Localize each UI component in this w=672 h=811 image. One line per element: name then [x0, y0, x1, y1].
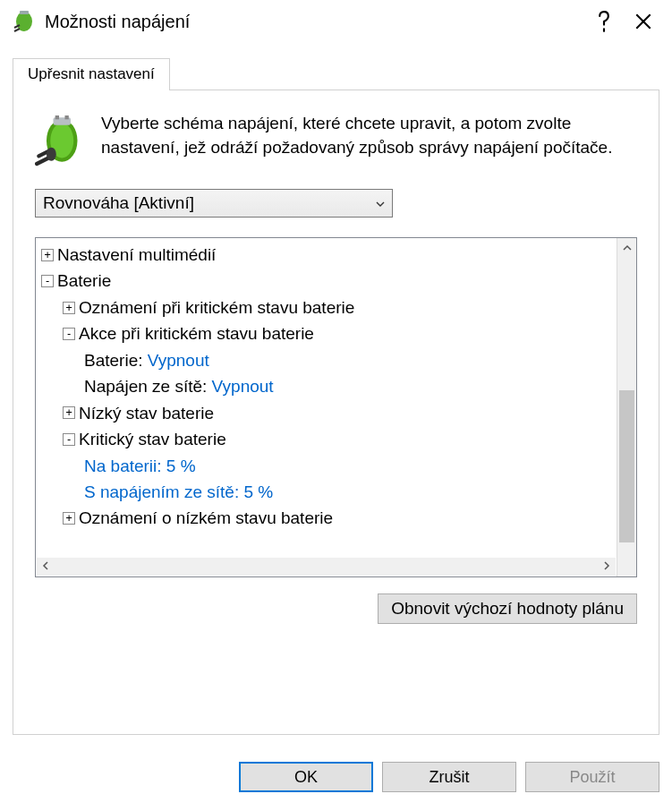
battery-plug-large-icon — [35, 115, 83, 167]
tree-item-battery[interactable]: - Baterie — [38, 268, 615, 294]
tree-item-critical-level[interactable]: - Kritický stav baterie — [38, 426, 615, 452]
expand-icon[interactable]: + — [41, 249, 54, 261]
scrollbar-thumb[interactable] — [619, 390, 634, 542]
tree-item-critical-action[interactable]: - Akce při kritickém stavu baterie — [38, 320, 615, 346]
setting-value[interactable]: Vypnout — [148, 347, 209, 373]
tree-label: Akce při kritickém stavu baterie — [79, 320, 314, 346]
restore-defaults-button[interactable]: Obnovit výchozí hodnoty plánu — [378, 593, 637, 624]
tree-label: Nízký stav baterie — [79, 400, 214, 426]
collapse-icon[interactable]: - — [41, 275, 54, 287]
expand-icon[interactable]: + — [63, 302, 75, 314]
tree-item-multimedia[interactable]: + Nastavení multimédií — [38, 242, 615, 268]
tab-advanced-settings[interactable]: Upřesnit nastavení — [13, 58, 170, 90]
setting-label: Baterie: — [84, 347, 142, 373]
description-text: Vyberte schéma napájení, které chcete up… — [101, 112, 637, 159]
tree-value-critical-action-battery[interactable]: Baterie: Vypnout — [38, 347, 615, 373]
tree-value-critical-action-plugged[interactable]: Napájen ze sítě: Vypnout — [38, 373, 615, 399]
svg-point-7 — [47, 148, 56, 161]
tree-label: Oznámení o nízkém stavu baterie — [79, 505, 333, 531]
tree-item-low-level[interactable]: + Nízký stav baterie — [38, 400, 615, 426]
setting-value[interactable]: Na baterii: 5 % — [84, 453, 196, 479]
tree-item-critical-notification[interactable]: + Oznámení při kritickém stavu baterie — [38, 295, 615, 320]
tree-value-critical-level-plugged[interactable]: S napájením ze sítě: 5 % — [38, 479, 615, 505]
expand-icon[interactable]: + — [63, 512, 75, 525]
tree-label: Oznámení při kritickém stavu baterie — [79, 295, 354, 320]
setting-label: Napájen ze sítě: — [84, 373, 207, 399]
tree-value-critical-level-battery[interactable]: Na baterii: 5 % — [38, 453, 615, 479]
apply-button[interactable]: Použít — [525, 762, 659, 792]
tree-label: Kritický stav baterie — [79, 426, 226, 452]
svg-rect-1 — [20, 11, 29, 14]
battery-plug-icon — [13, 10, 36, 33]
power-plan-selected: Rovnováha [Aktivní] — [43, 193, 194, 213]
tab-strip: Upřesnit nastavení — [0, 39, 672, 90]
vertical-scrollbar[interactable] — [617, 238, 636, 576]
svg-rect-6 — [64, 115, 68, 119]
ok-button[interactable]: OK — [239, 762, 373, 792]
help-button[interactable] — [584, 7, 624, 36]
tree-item-low-notification[interactable]: + Oznámení o nízkém stavu baterie — [38, 505, 615, 531]
tab-panel: Vyberte schéma napájení, které chcete up… — [13, 90, 659, 735]
horizontal-scrollbar[interactable] — [37, 558, 616, 576]
chevron-down-icon — [376, 197, 385, 209]
svg-rect-5 — [55, 115, 59, 119]
collapse-icon[interactable]: - — [63, 328, 75, 340]
cancel-button[interactable]: Zrušit — [382, 762, 516, 792]
titlebar: Možnosti napájení — [0, 0, 672, 39]
scroll-right-icon[interactable] — [603, 559, 610, 576]
expand-icon[interactable]: + — [63, 406, 75, 419]
tree-label: Nastavení multimédií — [57, 242, 216, 268]
tree-label: Baterie — [57, 268, 111, 294]
dialog-footer: OK Zrušit Použít — [0, 747, 672, 792]
setting-value[interactable]: Vypnout — [212, 373, 274, 399]
setting-value[interactable]: S napájením ze sítě: 5 % — [84, 479, 273, 505]
close-button[interactable] — [624, 7, 663, 36]
power-plan-select[interactable]: Rovnováha [Aktivní] — [35, 189, 393, 218]
collapse-icon[interactable]: - — [63, 433, 75, 446]
settings-tree: + Nastavení multimédií - Baterie + Oznám… — [35, 237, 637, 577]
scroll-up-icon[interactable] — [617, 242, 636, 254]
scroll-left-icon[interactable] — [42, 559, 49, 576]
window-title: Možnosti napájení — [45, 12, 584, 32]
